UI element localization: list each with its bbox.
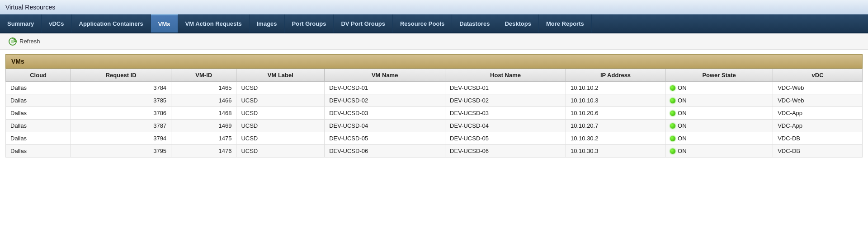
cell-host-name: DEV-UCSD-04 [445, 120, 566, 132]
table-row[interactable]: Dallas37951476UCSDDEV-UCSD-06DEV-UCSD-06… [6, 145, 863, 158]
tab-images[interactable]: Images [250, 14, 285, 32]
power-on-icon [670, 111, 675, 116]
cell-vdc: VDC-App [773, 107, 863, 120]
power-state-label: ON [678, 122, 687, 129]
cell-host-name: DEV-UCSD-03 [445, 107, 566, 120]
cell-host-name: DEV-UCSD-01 [445, 82, 566, 94]
cell-vdc: VDC-DB [773, 132, 863, 145]
cell-power-state: ON [665, 94, 773, 107]
cell-cloud: Dallas [6, 94, 71, 107]
cell-request-id: 3794 [71, 132, 171, 145]
power-state-label: ON [678, 110, 687, 116]
table-row[interactable]: Dallas37861468UCSDDEV-UCSD-03DEV-UCSD-03… [6, 107, 863, 120]
cell-vm-id: 1468 [171, 107, 236, 120]
tab-port-groups[interactable]: Port Groups [285, 14, 334, 32]
table-row[interactable]: Dallas37841465UCSDDEV-UCSD-01DEV-UCSD-01… [6, 82, 863, 94]
cell-vm-id: 1475 [171, 132, 236, 145]
cell-vm-id: 1476 [171, 145, 236, 158]
col-header-ip-address: IP Address [566, 69, 665, 82]
power-on-icon [670, 136, 675, 141]
power-state-label: ON [678, 84, 687, 91]
table-body: Dallas37841465UCSDDEV-UCSD-01DEV-UCSD-01… [6, 82, 863, 158]
table-header-row: CloudRequest IDVM-IDVM LabelVM NameHost … [6, 69, 863, 82]
vms-table: CloudRequest IDVM-IDVM LabelVM NameHost … [5, 69, 863, 158]
cell-power-state: ON [665, 107, 773, 120]
cell-vm-id: 1469 [171, 120, 236, 132]
table-header: CloudRequest IDVM-IDVM LabelVM NameHost … [6, 69, 863, 82]
refresh-label: Refresh [19, 38, 40, 45]
cell-request-id: 3787 [71, 120, 171, 132]
col-header-request-id: Request ID [71, 69, 171, 82]
table-row[interactable]: Dallas37941475UCSDDEV-UCSD-05DEV-UCSD-05… [6, 132, 863, 145]
cell-ip-address: 10.10.10.2 [566, 82, 665, 94]
tab-dv-port-groups[interactable]: DV Port Groups [334, 14, 393, 32]
cell-vdc: VDC-App [773, 120, 863, 132]
col-header-vm-label: VM Label [236, 69, 325, 82]
refresh-button[interactable]: Refresh [5, 36, 43, 47]
col-header-vm-name: VM Name [325, 69, 445, 82]
cell-vdc: VDC-DB [773, 145, 863, 158]
cell-host-name: DEV-UCSD-05 [445, 132, 566, 145]
tab-datastores[interactable]: Datastores [452, 14, 497, 32]
tab-resource-pools[interactable]: Resource Pools [393, 14, 452, 32]
power-state-label: ON [678, 135, 687, 142]
power-on-icon [670, 85, 675, 91]
toolbar: Refresh [0, 33, 868, 50]
cell-vm-label: UCSD [236, 82, 325, 94]
cell-vm-label: UCSD [236, 120, 325, 132]
cell-ip-address: 10.10.20.6 [566, 107, 665, 120]
nav-tabs: SummaryvDCsApplication ContainersVMsVM A… [0, 14, 868, 33]
cell-vm-name: DEV-UCSD-04 [325, 120, 445, 132]
cell-cloud: Dallas [6, 107, 71, 120]
power-state-label: ON [678, 148, 687, 154]
col-header-vm-id: VM-ID [171, 69, 236, 82]
cell-host-name: DEV-UCSD-02 [445, 94, 566, 107]
cell-ip-address: 10.10.30.2 [566, 132, 665, 145]
refresh-icon [8, 37, 17, 46]
cell-vdc: VDC-Web [773, 94, 863, 107]
cell-cloud: Dallas [6, 120, 71, 132]
cell-vm-id: 1466 [171, 94, 236, 107]
cell-request-id: 3785 [71, 94, 171, 107]
cell-request-id: 3786 [71, 107, 171, 120]
cell-power-state: ON [665, 145, 773, 158]
col-header-cloud: Cloud [6, 69, 71, 82]
page-title: Virtual Resources [5, 4, 55, 11]
col-header-power-state: Power State [665, 69, 773, 82]
cell-cloud: Dallas [6, 82, 71, 94]
table-row[interactable]: Dallas37851466UCSDDEV-UCSD-02DEV-UCSD-02… [6, 94, 863, 107]
cell-cloud: Dallas [6, 145, 71, 158]
cell-vm-name: DEV-UCSD-06 [325, 145, 445, 158]
tab-desktops[interactable]: Desktops [497, 14, 539, 32]
table-section: VMs CloudRequest IDVM-IDVM LabelVM NameH… [0, 50, 868, 162]
section-header: VMs [5, 54, 863, 69]
title-bar: Virtual Resources [0, 0, 868, 14]
power-on-icon [670, 148, 675, 154]
cell-vdc: VDC-Web [773, 82, 863, 94]
tab-more-reports[interactable]: More Reports [539, 14, 592, 32]
cell-vm-id: 1465 [171, 82, 236, 94]
cell-vm-name: DEV-UCSD-03 [325, 107, 445, 120]
cell-ip-address: 10.10.10.3 [566, 94, 665, 107]
cell-vm-label: UCSD [236, 94, 325, 107]
tab-summary[interactable]: Summary [0, 14, 42, 32]
tab-vm-action-requests[interactable]: VM Action Requests [178, 14, 250, 32]
cell-vm-label: UCSD [236, 145, 325, 158]
cell-host-name: DEV-UCSD-06 [445, 145, 566, 158]
cell-power-state: ON [665, 120, 773, 132]
cell-vm-name: DEV-UCSD-05 [325, 132, 445, 145]
cell-vm-label: UCSD [236, 132, 325, 145]
cell-ip-address: 10.10.30.3 [566, 145, 665, 158]
cell-vm-name: DEV-UCSD-02 [325, 94, 445, 107]
cell-ip-address: 10.10.20.7 [566, 120, 665, 132]
cell-cloud: Dallas [6, 132, 71, 145]
tab-vms[interactable]: VMs [151, 14, 178, 32]
power-on-icon [670, 98, 675, 103]
cell-request-id: 3784 [71, 82, 171, 94]
tab-application-containers[interactable]: Application Containers [72, 14, 151, 32]
cell-vm-label: UCSD [236, 107, 325, 120]
tab-vdcs[interactable]: vDCs [42, 14, 71, 32]
cell-power-state: ON [665, 132, 773, 145]
table-row[interactable]: Dallas37871469UCSDDEV-UCSD-04DEV-UCSD-04… [6, 120, 863, 132]
cell-request-id: 3795 [71, 145, 171, 158]
